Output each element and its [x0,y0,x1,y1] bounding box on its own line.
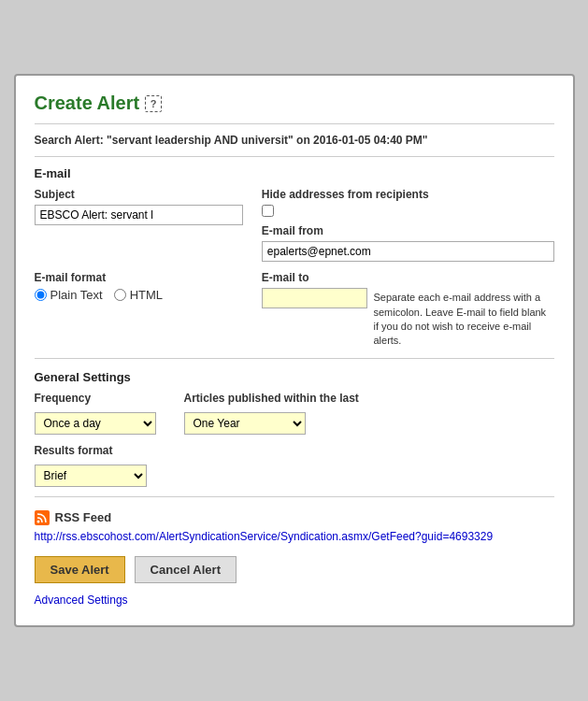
articles-label: Articles published within the last [184,392,359,405]
rss-title-row: RSS Feed [35,510,554,525]
search-alert-description: Search Alert: "servant leadership AND un… [35,134,554,147]
subject-label: Subject [35,188,243,201]
divider-4 [35,496,554,497]
email-from-input[interactable] [262,241,554,262]
email-left-col: Subject [35,188,243,262]
frequency-col: Frequency Once a day Once a week Once a … [35,392,156,435]
page-title: Create Alert [35,93,140,114]
button-row: Save Alert Cancel Alert [35,556,554,583]
general-settings-label: General Settings [35,370,554,384]
articles-col: Articles published within the last One Y… [184,392,359,435]
svg-point-0 [36,520,39,522]
cancel-alert-button[interactable]: Cancel Alert [135,556,237,583]
plain-text-radio-label[interactable]: Plain Text [35,288,103,302]
rss-section: RSS Feed http://rss.ebscohost.com/AlertS… [35,510,554,543]
divider-2 [35,156,554,157]
html-radio-label[interactable]: HTML [114,288,163,302]
results-format-col: Results format Brief Detailed Standard [35,444,147,487]
hide-addresses-label: Hide addresses from recipients [262,188,554,201]
email-format-label: E-mail format [35,271,243,284]
rss-icon [35,510,50,525]
plain-text-radio[interactable] [35,289,47,301]
results-format-label: Results format [35,444,147,457]
page-title-row: Create Alert ? [35,93,554,114]
frequency-label: Frequency [35,392,156,405]
email-to-row: Separate each e-mail address with a semi… [262,288,554,349]
email-to-input[interactable] [262,288,368,308]
email-bottom-row: E-mail format Plain Text HTML E-mail to [35,271,554,349]
create-alert-window: Create Alert ? Search Alert: "servant le… [14,74,575,627]
email-top-row: Subject Hide addresses from recipients E… [35,188,554,262]
subject-input[interactable] [35,205,243,225]
html-radio[interactable] [114,289,126,301]
frequency-select[interactable]: Once a day Once a week Once a month [35,412,156,435]
advanced-settings-link[interactable]: Advanced Settings [35,594,128,607]
gs-row-2: Results format Brief Detailed Standard [35,444,554,487]
email-section-label: E-mail [35,166,554,180]
html-label: HTML [130,288,163,302]
results-format-select[interactable]: Brief Detailed Standard [35,465,147,487]
email-section: E-mail Subject Hide addresses from recip… [35,166,554,349]
email-to-col: E-mail to Separate each e-mail address w… [262,271,554,349]
rss-label: RSS Feed [55,510,112,524]
email-to-description: Separate each e-mail address with a semi… [373,291,553,349]
email-format-col: E-mail format Plain Text HTML [35,271,243,349]
divider-1 [35,123,554,124]
divider-3 [35,358,554,359]
hide-addresses-row [262,205,554,217]
help-icon[interactable]: ? [145,95,162,112]
rss-link[interactable]: http://rss.ebscohost.com/AlertSyndicatio… [35,530,494,543]
email-to-label: E-mail to [262,271,554,284]
save-alert-button[interactable]: Save Alert [35,556,125,583]
general-settings-section: General Settings Frequency Once a day On… [35,370,554,487]
hide-addresses-checkbox[interactable] [262,205,274,217]
email-from-label: E-mail from [262,224,554,237]
email-format-radios: Plain Text HTML [35,288,243,302]
articles-select[interactable]: One Year One Month One Week [184,412,306,435]
gs-row-1: Frequency Once a day Once a week Once a … [35,392,554,435]
plain-text-label: Plain Text [50,288,103,302]
email-right-col: Hide addresses from recipients E-mail fr… [262,188,554,262]
